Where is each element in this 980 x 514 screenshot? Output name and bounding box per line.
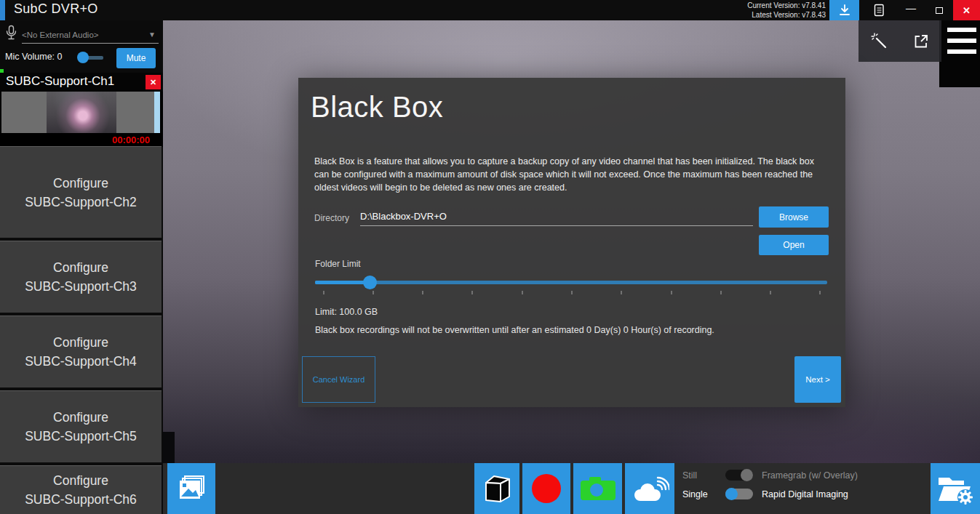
toggle-knob xyxy=(741,469,753,481)
video-dark-region-2 xyxy=(163,432,175,465)
record-button[interactable] xyxy=(522,463,570,514)
preview-scrollbar[interactable] xyxy=(154,92,160,133)
limit-value-text: Limit: 100.0 GB xyxy=(315,307,378,317)
channel-name-label: SUBC-Support-Ch3 xyxy=(25,277,137,296)
framegrab-button[interactable] xyxy=(573,463,622,514)
folder-limit-slider-fill xyxy=(315,281,370,284)
minimize-icon: — xyxy=(906,2,916,14)
latest-version: Latest Version: v7.8.43 xyxy=(747,10,826,20)
cancel-wizard-button[interactable]: Cancel Wizard xyxy=(302,356,375,403)
chevron-down-icon: ▼ xyxy=(148,31,156,39)
sidebar: <No External Audio> ▼ Mic Volume: 0 Mute… xyxy=(0,20,163,514)
channel1-video-thumbnail xyxy=(47,92,116,133)
preview-letterbox-right xyxy=(116,92,154,133)
channel-name-label: SUBC-Support-Ch4 xyxy=(25,352,137,371)
channel-name-label: SUBC-Support-Ch5 xyxy=(25,427,137,446)
bottom-toolbar: Still Framegrab (w/ Overlay) Single Rapi… xyxy=(163,463,980,514)
sidebar-item-configure-ch5[interactable]: Configure SUBC-Support-Ch5 xyxy=(0,390,162,462)
video-viewport: Black Box Black Box is a feature that al… xyxy=(163,20,980,514)
magic-wand-icon xyxy=(870,32,889,51)
titlebar: SubC DVR+O Current Version: v7.8.41 Late… xyxy=(0,0,980,20)
download-update-button[interactable] xyxy=(829,0,859,20)
rapid-digital-imaging-label: Rapid Digital Imaging xyxy=(762,489,858,499)
directory-label: Directory xyxy=(314,213,349,223)
dialog-description: Black Box is a feature that allows you t… xyxy=(314,155,828,194)
download-icon xyxy=(837,3,852,17)
estimate-text: Black box recordings will not be overwri… xyxy=(315,325,714,335)
channel1-video-preview[interactable] xyxy=(0,92,163,133)
configure-label: Configure xyxy=(53,408,108,427)
channel-name-label: SUBC-Support-Ch6 xyxy=(25,490,137,509)
sidebar-item-configure-ch4[interactable]: Configure SUBC-Support-Ch4 xyxy=(0,316,162,387)
image-gallery-button[interactable] xyxy=(167,463,215,514)
timestamp-strip: 00:00:00 xyxy=(0,133,163,147)
pop-out-button[interactable] xyxy=(905,24,937,59)
channel1-close-button[interactable]: ✕ xyxy=(146,75,161,89)
document-icon xyxy=(872,3,885,17)
cloud-upload-button[interactable] xyxy=(625,463,674,514)
browse-button[interactable]: Browse xyxy=(759,206,829,228)
channel1-title: SUBC-Support-Ch1 xyxy=(6,74,114,89)
folder-limit-slider-ticks xyxy=(315,291,827,297)
toggle-knob xyxy=(725,488,738,500)
close-icon: ✕ xyxy=(150,78,156,87)
black-box-button[interactable] xyxy=(474,463,519,514)
photo-gallery-icon xyxy=(176,475,207,502)
record-icon xyxy=(532,474,561,503)
still-label: Still xyxy=(682,470,717,481)
mic-volume-label: Mic Volume: 0 xyxy=(5,52,63,62)
open-button[interactable]: Open xyxy=(759,235,829,255)
channel1-header: SUBC-Support-Ch1 ✕ xyxy=(0,73,163,92)
gear-glyph xyxy=(957,489,973,505)
maximize-icon xyxy=(936,7,943,14)
folder-limit-slider[interactable] xyxy=(315,281,827,284)
black-box-cube-icon xyxy=(479,471,514,506)
mic-volume-slider-thumb[interactable] xyxy=(77,52,89,63)
imaging-toggles: Still Framegrab (w/ Overlay) Single Rapi… xyxy=(682,470,858,499)
menu-button[interactable] xyxy=(947,28,976,54)
overlay-toolbar xyxy=(859,20,941,62)
single-label: Single xyxy=(682,489,717,499)
audio-device-select[interactable]: <No External Audio> ▼ xyxy=(22,26,159,44)
app-window: SubC DVR+O Current Version: v7.8.41 Late… xyxy=(0,0,980,514)
folder-limit-label: Folder Limit xyxy=(315,259,361,269)
cloud-signal-icon xyxy=(630,473,669,504)
configure-label: Configure xyxy=(53,174,108,193)
close-icon: ✕ xyxy=(963,5,971,16)
current-version: Current Version: v7.8.41 xyxy=(747,1,826,10)
channel-name-label: SUBC-Support-Ch2 xyxy=(25,193,137,212)
rapid-imaging-toggle[interactable] xyxy=(725,489,753,499)
configure-label: Configure xyxy=(53,333,108,352)
external-window-icon xyxy=(912,33,930,50)
mute-button[interactable]: Mute xyxy=(116,48,156,68)
output-folder-settings-button[interactable] xyxy=(931,463,980,514)
framegrab-toggle[interactable] xyxy=(725,470,753,481)
black-box-wizard-dialog: Black Box Black Box is a feature that al… xyxy=(298,78,845,407)
record-timecode: 00:00:00 xyxy=(112,134,150,145)
sidebar-item-configure-ch6[interactable]: Configure SUBC-Support-Ch6 xyxy=(0,465,162,514)
mic-volume-row: Mic Volume: 0 Mute xyxy=(0,45,163,70)
audio-device-row: <No External Audio> ▼ xyxy=(0,23,163,44)
manual-button[interactable] xyxy=(863,0,895,20)
close-button[interactable]: ✕ xyxy=(953,0,980,20)
titlebar-accent-strip xyxy=(0,0,5,20)
dialog-title: Black Box xyxy=(311,91,443,124)
folder-gear-icon xyxy=(936,472,975,505)
mic-volume-slider[interactable] xyxy=(79,56,103,60)
app-title: SubC DVR+O xyxy=(14,1,98,17)
configure-label: Configure xyxy=(53,471,108,490)
directory-input[interactable] xyxy=(360,207,753,226)
minimize-button[interactable]: — xyxy=(896,0,925,20)
wizard-button[interactable] xyxy=(864,24,896,59)
sidebar-item-configure-ch3[interactable]: Configure SUBC-Support-Ch3 xyxy=(0,241,162,313)
version-info: Current Version: v7.8.41 Latest Version:… xyxy=(747,1,826,20)
camera-icon xyxy=(579,475,617,502)
folder-limit-slider-thumb[interactable] xyxy=(363,276,377,289)
framegrab-overlay-label: Framegrab (w/ Overlay) xyxy=(762,470,858,481)
preview-letterbox-left xyxy=(1,92,47,133)
sidebar-item-configure-ch2[interactable]: Configure SUBC-Support-Ch2 xyxy=(0,146,162,238)
maximize-button[interactable] xyxy=(925,0,953,20)
menu-icon xyxy=(947,28,976,32)
next-button[interactable]: Next > xyxy=(794,356,841,403)
audio-device-value: <No External Audio> xyxy=(22,31,99,39)
